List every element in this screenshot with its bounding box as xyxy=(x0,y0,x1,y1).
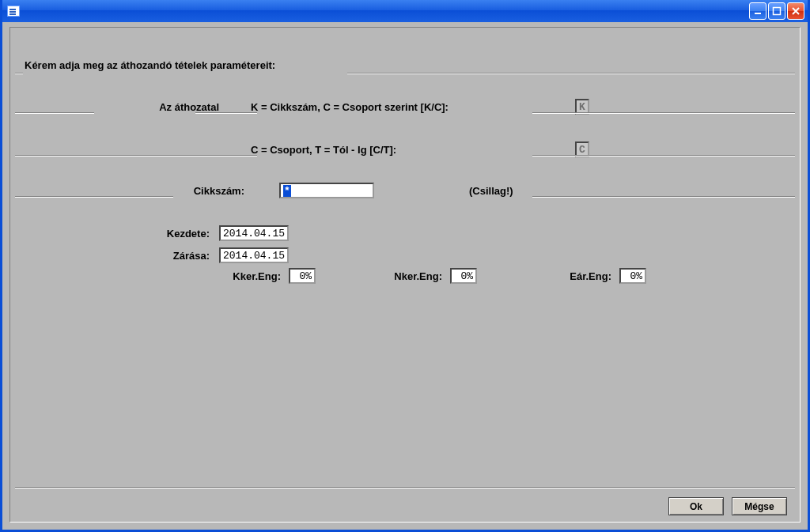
label-csillag: (Csillag!) xyxy=(469,185,513,197)
cancel-button[interactable]: Mégse xyxy=(732,497,787,515)
row-eng: Kker.Eng: Nker.Eng: Eár.Eng: xyxy=(10,268,800,284)
label-athozatal: Az áthozatal xyxy=(29,101,251,113)
svg-rect-0 xyxy=(755,13,761,14)
form-heading: Kérem adja meg az áthozandó tételek para… xyxy=(25,59,275,71)
label-kker-eng: Kker.Eng: xyxy=(218,270,289,282)
svg-rect-1 xyxy=(774,8,781,15)
label-zarasa: Zárása: xyxy=(29,250,219,262)
application-window: Kérem adja meg az áthozandó tételek para… xyxy=(0,0,810,532)
ok-button[interactable]: Ok xyxy=(668,497,724,515)
input-cikkszam[interactable]: * xyxy=(279,183,374,198)
input-ear-eng[interactable] xyxy=(619,268,646,284)
label-ct-desc: C = Csoport, T = Tól - Ig [C/T]: xyxy=(251,144,551,156)
label-kezdete: Kezdete: xyxy=(29,228,219,240)
label-ear-eng: Eár.Eng: xyxy=(556,270,619,282)
input-nker-eng[interactable] xyxy=(450,268,477,284)
input-kker-eng[interactable] xyxy=(289,268,316,284)
bottom-divider xyxy=(15,487,795,489)
button-bar: Ok Mégse xyxy=(668,497,787,515)
form-panel: Kérem adja meg az áthozandó tételek para… xyxy=(9,27,801,523)
input-zarasa[interactable] xyxy=(219,247,289,263)
label-nker-eng: Nker.Eng: xyxy=(379,270,450,282)
titlebar xyxy=(2,0,808,22)
close-button[interactable] xyxy=(787,2,804,20)
label-kc-desc: K = Cikkszám, C = Csoport szerint [K/C]: xyxy=(251,101,551,113)
row-zarasa: Zárása: xyxy=(10,247,800,263)
client-area: Kérem adja meg az áthozandó tételek para… xyxy=(5,22,805,527)
app-icon xyxy=(7,6,20,17)
label-cikkszam: Cikkszám: xyxy=(178,185,265,197)
input-kezdete[interactable] xyxy=(219,225,289,241)
row-kezdete: Kezdete: xyxy=(10,225,800,241)
maximize-button[interactable] xyxy=(768,2,785,20)
minimize-button[interactable] xyxy=(749,2,766,20)
